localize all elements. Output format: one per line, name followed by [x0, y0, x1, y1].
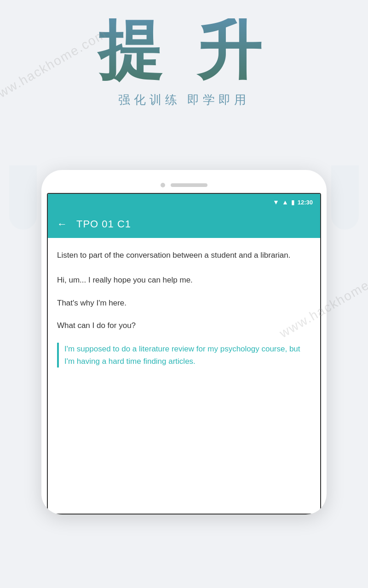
conversation-line-2: That's why I'm here.	[57, 297, 311, 309]
phone-dot	[161, 183, 165, 187]
signal-icon: ▲	[282, 198, 288, 206]
conversation-line-4: I'm supposed to do a literature review f…	[57, 343, 311, 368]
back-button[interactable]: ←	[57, 218, 67, 230]
subtitle: 强化训练 即学即用	[0, 92, 368, 108]
time-display: 12:30	[298, 199, 313, 206]
conversation-line-3: What can I do for you?	[57, 320, 311, 332]
app-screen-title: TPO 01 C1	[76, 218, 131, 230]
status-bar: ▼ ▲ ▮ 12:30	[48, 194, 320, 210]
phone-frame: ▼ ▲ ▮ 12:30 ← TPO 01 C1 Listen to part o…	[41, 170, 327, 514]
phone-top-bar	[41, 179, 327, 193]
main-title: 提 升	[0, 18, 368, 83]
conversation-intro: Listen to part of the conversation betwe…	[57, 249, 311, 261]
phone-frame-section: ▼ ▲ ▮ 12:30 ← TPO 01 C1 Listen to part o…	[0, 170, 368, 514]
phone-speaker	[171, 183, 207, 187]
content-area: Listen to part of the conversation betwe…	[48, 238, 320, 514]
top-section: 提 升 强化训练 即学即用	[0, 0, 368, 165]
battery-icon: ▮	[291, 198, 295, 206]
app-topbar: ← TPO 01 C1	[48, 210, 320, 238]
status-icons: ▼ ▲ ▮ 12:30	[273, 198, 313, 206]
app-screen: ▼ ▲ ▮ 12:30 ← TPO 01 C1 Listen to part o…	[47, 193, 321, 514]
wifi-icon: ▼	[273, 198, 279, 206]
conversation-line-1: Hi, um... I really hope you can help me.	[57, 274, 311, 286]
